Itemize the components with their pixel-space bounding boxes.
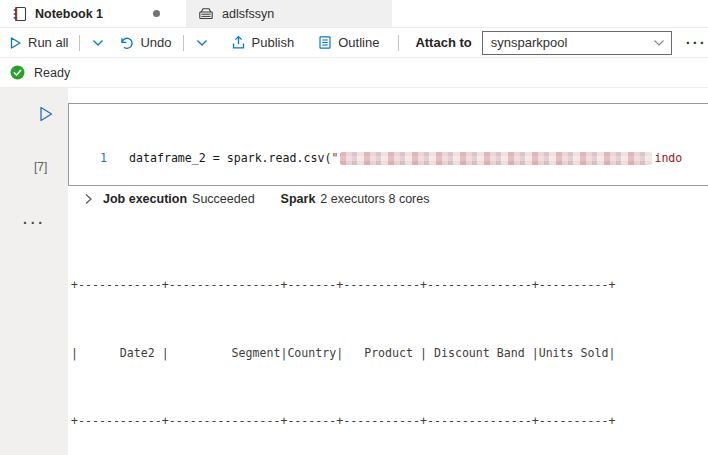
toolbar-divider [183, 35, 184, 51]
code-editor[interactable]: 1 dataframe_2 = spark.read.csv("indo 2 d… [69, 104, 708, 186]
publish-label: Publish [252, 35, 295, 50]
output-line: | Date2 | Segment|Country| Product | Dis… [71, 342, 615, 365]
notebook-window: Notebook 1 adlsfssyn Run all [0, 0, 708, 455]
notebook-toolbar: Run all Undo [0, 28, 708, 58]
spark-detail: 2 executors 8 cores [320, 192, 429, 206]
output-menu-ellipsis[interactable]: ··· [23, 215, 46, 231]
toolbar-divider [398, 35, 399, 51]
ready-label: Ready [34, 66, 70, 80]
job-execution-row: Job execution Succeeded Spark 2 executor… [84, 192, 429, 206]
tab-strip: Notebook 1 adlsfssyn [0, 0, 708, 28]
cell-output-text: +------------+----------------+-------+-… [71, 229, 615, 455]
code-cell: 1 dataframe_2 = spark.read.csv("indo 2 d… [68, 103, 708, 186]
outline-button[interactable]: Outline [311, 28, 386, 57]
run-all-label: Run all [28, 35, 68, 50]
run-options-chevron[interactable] [84, 28, 112, 57]
attach-to-dropdown[interactable]: synsparkpool [482, 31, 672, 55]
undo-options-chevron[interactable] [188, 28, 216, 57]
storage-icon [198, 6, 214, 21]
undo-label: Undo [140, 35, 171, 50]
cell-gutter [0, 88, 68, 455]
undo-icon [119, 36, 134, 50]
tab-label: adlsfssyn [222, 7, 274, 21]
attach-to-value: synsparkpool [491, 35, 568, 50]
toolbar-divider [79, 35, 80, 51]
tab-label: Notebook 1 [35, 7, 103, 21]
run-all-button[interactable]: Run all [2, 28, 75, 57]
redacted-text [340, 152, 652, 165]
publish-button[interactable]: Publish [224, 28, 302, 57]
attach-to-label: Attach to [415, 35, 471, 50]
unsaved-dot-icon [153, 10, 160, 17]
undo-button[interactable]: Undo [112, 28, 178, 57]
notebook-body: [7] 1 dataframe_2 = spark.read.csv("indo… [0, 88, 708, 455]
ready-check-icon [10, 65, 25, 80]
spark-label: Spark [281, 192, 316, 206]
run-icon [9, 36, 22, 50]
job-state: Succeeded [192, 192, 255, 206]
output-line: +------------+----------------+-------+-… [71, 274, 615, 297]
notebook-icon [12, 6, 27, 22]
publish-icon [231, 35, 246, 50]
job-execution-label: Job execution [103, 192, 187, 206]
code-line-1: 1 dataframe_2 = spark.read.csv("indo [69, 149, 708, 168]
outline-icon [318, 35, 332, 50]
run-cell-button[interactable] [38, 105, 54, 123]
chevron-down-icon [653, 39, 665, 47]
more-commands-button[interactable]: ··· [686, 34, 707, 51]
output-line: +------------+----------------+-------+-… [71, 410, 615, 433]
session-status-bar: Ready [0, 58, 708, 88]
execution-count: [7] [34, 160, 47, 174]
expand-chevron-icon[interactable] [84, 193, 93, 205]
tab-adlsfssyn[interactable]: adlsfssyn [186, 0, 392, 27]
line-number: 1 [69, 149, 107, 168]
outline-label: Outline [338, 35, 379, 50]
tab-notebook-1[interactable]: Notebook 1 [0, 0, 172, 27]
code-text: dataframe_2 = spark.read.csv("indo [129, 149, 682, 168]
